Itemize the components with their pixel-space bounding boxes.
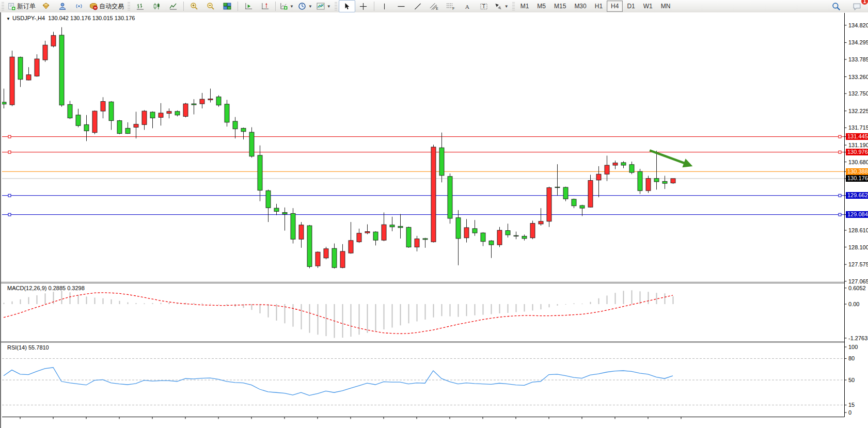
line-handle[interactable] bbox=[839, 151, 841, 153]
vertical-line-tool-button[interactable] bbox=[376, 0, 393, 12]
rsi-axis-label: 0 bbox=[848, 409, 851, 416]
line-handle[interactable] bbox=[839, 213, 841, 216]
timeframe-m15-button[interactable]: M15 bbox=[550, 1, 570, 12]
crosshair-tool-button[interactable] bbox=[355, 0, 372, 12]
zoom-in-icon bbox=[190, 2, 198, 10]
line-handle[interactable] bbox=[8, 135, 11, 138]
chat-bubble-icon bbox=[853, 2, 861, 11]
candle-down bbox=[76, 115, 81, 125]
candle-down bbox=[390, 225, 394, 227]
price-axis-label: 131.715 bbox=[848, 124, 868, 131]
timeframe-m1-button[interactable]: M1 bbox=[516, 1, 533, 12]
line-handle[interactable] bbox=[8, 194, 11, 197]
chart-symbol-period: USDJPY-,H4 bbox=[12, 15, 45, 21]
signal-icon bbox=[75, 2, 83, 10]
candle-up bbox=[159, 113, 163, 117]
candle-up bbox=[142, 111, 147, 124]
toolbar-grip[interactable] bbox=[128, 2, 130, 10]
candle-down bbox=[481, 233, 485, 242]
candle-down bbox=[18, 57, 23, 80]
candle-up bbox=[530, 224, 535, 238]
price-axis-label: 128.100 bbox=[848, 244, 868, 250]
candle-up bbox=[340, 251, 345, 267]
tile-windows-button[interactable] bbox=[219, 0, 235, 12]
new-order-button[interactable]: 新订单 bbox=[6, 0, 38, 12]
candle-up bbox=[101, 102, 105, 112]
main-toolbar: 新订单 自动交易 bbox=[0, 0, 868, 13]
line-handle[interactable] bbox=[8, 213, 11, 216]
community-button[interactable] bbox=[54, 0, 71, 12]
candle-down bbox=[291, 213, 295, 239]
candle-down bbox=[233, 121, 238, 129]
chart-shift-button[interactable] bbox=[257, 0, 273, 12]
auto-trading-button[interactable]: 自动交易 bbox=[87, 0, 126, 12]
equidistant-channel-tool-button[interactable]: E bbox=[426, 0, 443, 12]
search-button[interactable] bbox=[828, 0, 844, 12]
indicators-button[interactable]: ▼ bbox=[278, 0, 296, 12]
zoom-out-icon bbox=[207, 2, 215, 10]
arrows-tool-button[interactable]: ▼ bbox=[492, 0, 511, 12]
candle-up bbox=[596, 174, 601, 180]
timeframe-h1-button[interactable]: H1 bbox=[591, 1, 607, 12]
zoom-out-button[interactable] bbox=[202, 0, 219, 12]
periods-button[interactable]: ▼ bbox=[296, 0, 314, 12]
timeframe-m5-button[interactable]: M5 bbox=[533, 1, 550, 12]
candle-up bbox=[431, 147, 436, 242]
candlestick-chart-icon bbox=[153, 3, 161, 10]
line-handle[interactable] bbox=[839, 194, 841, 197]
person-icon bbox=[58, 2, 67, 10]
bar-chart-icon bbox=[136, 3, 144, 10]
chart-title: ▼USDJPY-,H4 130.042 130.176 130.015 130.… bbox=[6, 15, 135, 21]
timeframe-mn-button[interactable]: MN bbox=[657, 1, 675, 12]
timeframe-h4-button[interactable]: H4 bbox=[607, 1, 623, 12]
chart-canvas[interactable] bbox=[1, 12, 868, 428]
vertical-line-icon bbox=[381, 3, 388, 10]
arrows-icon bbox=[494, 3, 502, 10]
candle-down bbox=[258, 155, 262, 191]
cursor-tool-button[interactable] bbox=[339, 0, 355, 12]
candle-up bbox=[382, 225, 386, 240]
signals-button[interactable] bbox=[71, 0, 87, 12]
toolbar-grip[interactable] bbox=[335, 2, 337, 10]
timeframe-m30-button[interactable]: M30 bbox=[570, 1, 590, 12]
candle-down bbox=[2, 102, 6, 104]
toolbar-grip[interactable] bbox=[512, 2, 515, 10]
candle-up bbox=[26, 75, 31, 80]
text-label-tool-button[interactable]: T bbox=[476, 0, 492, 12]
rsi-axis-label: 50 bbox=[848, 377, 855, 383]
new-order-label: 新订单 bbox=[17, 2, 36, 11]
candle-down bbox=[241, 128, 246, 131]
market-button[interactable] bbox=[38, 0, 54, 12]
notifications-button[interactable]: 1 bbox=[848, 0, 865, 12]
bar-chart-type-button[interactable] bbox=[132, 0, 148, 12]
trendline-tool-button[interactable] bbox=[409, 0, 426, 12]
toolbar-grip[interactable] bbox=[2, 2, 4, 10]
candle-down bbox=[448, 177, 452, 218]
auto-scroll-button[interactable] bbox=[240, 0, 257, 12]
text-icon: A bbox=[464, 3, 471, 10]
timeframe-w1-button[interactable]: W1 bbox=[639, 1, 657, 12]
auto-trading-label: 自动交易 bbox=[99, 2, 124, 11]
line-handle[interactable] bbox=[839, 135, 841, 138]
level-price-tag: 129.084 bbox=[846, 211, 868, 218]
line-handle[interactable] bbox=[8, 151, 11, 153]
templates-button[interactable]: ▼ bbox=[314, 0, 333, 12]
line-chart-type-button[interactable] bbox=[165, 0, 181, 12]
trend-arrow-annotation[interactable] bbox=[650, 150, 688, 164]
text-tool-button[interactable]: A bbox=[459, 0, 476, 12]
rsi-axis-label: 100 bbox=[848, 344, 858, 350]
symbol-dropdown-icon[interactable]: ▼ bbox=[6, 17, 10, 21]
horizontal-line-tool-button[interactable] bbox=[393, 0, 409, 12]
candle-down bbox=[456, 218, 461, 239]
candlestick-chart-type-button[interactable] bbox=[148, 0, 165, 12]
fibonacci-tool-button[interactable]: F bbox=[443, 0, 459, 12]
tile-windows-icon bbox=[223, 2, 231, 10]
candle-down bbox=[192, 104, 196, 105]
candle-down bbox=[59, 35, 64, 105]
candle-down bbox=[555, 187, 560, 187]
zoom-in-button[interactable] bbox=[186, 0, 202, 12]
rsi-axis-label: 15 bbox=[848, 402, 855, 408]
crosshair-icon bbox=[359, 3, 367, 10]
candle-up bbox=[497, 230, 502, 245]
timeframe-d1-button[interactable]: D1 bbox=[623, 1, 639, 12]
